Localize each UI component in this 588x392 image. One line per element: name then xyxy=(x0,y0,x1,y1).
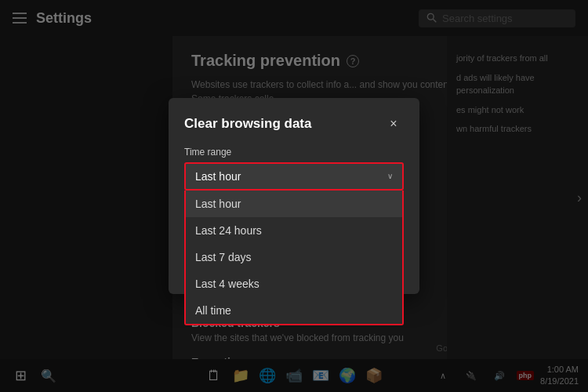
clear-browsing-dialog: Clear browsing data × Time range Last ho… xyxy=(169,98,419,295)
time-range-label: Time range xyxy=(184,147,404,158)
dialog-header: Clear browsing data × xyxy=(184,114,404,134)
dropdown-item-last-24[interactable]: Last 24 hours xyxy=(186,217,402,244)
dropdown-item-last-7[interactable]: Last 7 days xyxy=(186,244,402,270)
selected-option-text: Last hour xyxy=(195,170,241,183)
dialog-title: Clear browsing data xyxy=(184,116,311,132)
dropdown-item-last-4[interactable]: Last 4 weeks xyxy=(186,270,402,297)
dropdown-list: Last hour Last 24 hours Last 7 days Last… xyxy=(184,191,404,325)
modal-overlay: Clear browsing data × Time range Last ho… xyxy=(0,0,588,392)
dropdown-selected-value[interactable]: Last hour ∨ xyxy=(184,162,404,191)
time-range-dropdown[interactable]: Last hour ∨ Last hour Last 24 hours Last… xyxy=(184,162,404,191)
dropdown-item-all-time[interactable]: All time xyxy=(186,297,402,324)
dropdown-item-last-hour[interactable]: Last hour xyxy=(186,191,402,217)
dialog-close-button[interactable]: × xyxy=(383,114,404,134)
chevron-down-icon: ∨ xyxy=(387,172,393,180)
